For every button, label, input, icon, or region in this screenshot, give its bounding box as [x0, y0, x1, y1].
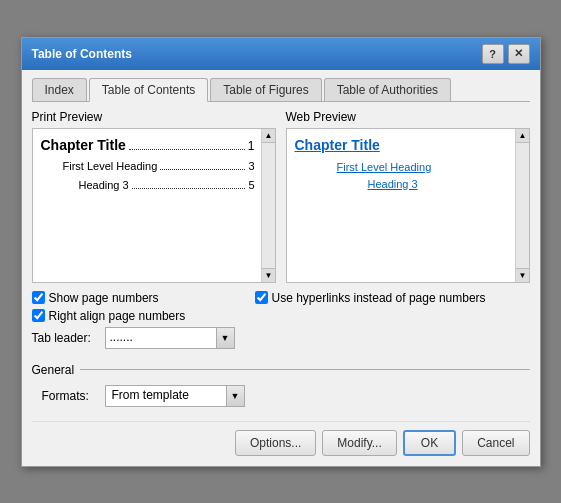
scroll-track [262, 143, 275, 268]
table-of-contents-dialog: Table of Contents ? ✕ Index Table of Con… [21, 37, 541, 467]
tab-leader-dropdown[interactable]: ....... ▼ [105, 327, 235, 349]
cancel-button[interactable]: Cancel [462, 430, 529, 456]
toc-dots-1 [129, 149, 245, 150]
web-preview-inner: Chapter Title First Level Heading Headin… [287, 129, 529, 282]
show-page-numbers-label[interactable]: Show page numbers [32, 291, 159, 305]
tab-leader-value: ....... [106, 328, 216, 348]
tab-index[interactable]: Index [32, 78, 87, 101]
web-scroll-track [516, 143, 529, 268]
close-button[interactable]: ✕ [508, 44, 530, 64]
title-bar: Table of Contents ? ✕ [22, 38, 540, 70]
formats-label: Formats: [42, 389, 97, 403]
general-divider [80, 369, 529, 370]
web-toc-level1: First Level Heading [295, 161, 509, 173]
toc-page-3: 5 [248, 179, 254, 191]
ok-button[interactable]: OK [403, 430, 456, 456]
formats-arrow[interactable]: ▼ [226, 386, 244, 406]
print-preview-frame: Chapter Title 1 First Level Heading 3 [32, 128, 276, 283]
dialog-title: Table of Contents [32, 47, 132, 61]
web-preview-panel: Web Preview Chapter Title First Level He… [286, 110, 530, 283]
tab-figures[interactable]: Table of Figures [210, 78, 321, 101]
preview-section: Print Preview Chapter Title 1 First Leve… [32, 110, 530, 283]
general-section: General Formats: From template ▼ [32, 363, 530, 407]
general-label: General [32, 363, 75, 377]
web-preview-frame: Chapter Title First Level Heading Headin… [286, 128, 530, 283]
use-hyperlinks-label[interactable]: Use hyperlinks instead of page numbers [255, 291, 486, 305]
tab-authorities[interactable]: Table of Authorities [324, 78, 451, 101]
tab-leader-arrow[interactable]: ▼ [216, 328, 234, 348]
print-preview-inner: Chapter Title 1 First Level Heading 3 [33, 129, 275, 282]
toc-dots-2 [160, 169, 245, 170]
web-toc-title: Chapter Title [295, 137, 509, 153]
scroll-down-arrow[interactable]: ▼ [262, 268, 276, 282]
toc-item-level1: First Level Heading 3 [41, 160, 255, 173]
use-hyperlinks-row: Use hyperlinks instead of page numbers [255, 291, 486, 305]
right-align-checkbox[interactable] [32, 309, 45, 322]
tab-leader-label: Tab leader: [32, 331, 97, 345]
print-preview-label: Print Preview [32, 110, 276, 124]
formats-value: From template [106, 386, 226, 406]
toc-page-2: 3 [248, 160, 254, 172]
scroll-up-arrow[interactable]: ▲ [262, 129, 276, 143]
web-preview-label: Web Preview [286, 110, 530, 124]
left-options: Show page numbers Right align page numbe… [32, 291, 235, 359]
format-row: Formats: From template ▼ [32, 385, 530, 407]
web-toc-level2: Heading 3 [295, 178, 509, 190]
title-bar-buttons: ? ✕ [482, 44, 530, 64]
web-preview-scrollbar[interactable]: ▲ ▼ [515, 129, 529, 282]
toc-level1-text: First Level Heading [63, 160, 158, 172]
use-hyperlinks-checkbox[interactable] [255, 291, 268, 304]
web-chapter-title[interactable]: Chapter Title [295, 137, 380, 153]
toc-level2-text: Heading 3 [79, 179, 129, 191]
toc-item-level2: Heading 3 5 [41, 179, 255, 192]
tab-bar: Index Table of Contents Table of Figures… [32, 78, 530, 102]
help-button[interactable]: ? [482, 44, 504, 64]
web-level2-text[interactable]: Heading 3 [333, 178, 509, 190]
tab-leader-row: Tab leader: ....... ▼ [32, 327, 235, 349]
toc-chapter-title: Chapter Title [41, 137, 126, 153]
print-preview-scrollbar[interactable]: ▲ ▼ [261, 129, 275, 282]
options-area: Show page numbers Right align page numbe… [32, 291, 530, 359]
right-align-row: Right align page numbers [32, 309, 235, 323]
right-options: Use hyperlinks instead of page numbers [255, 291, 486, 359]
options-button[interactable]: Options... [235, 430, 316, 456]
toc-dots-3 [132, 188, 246, 189]
modify-button[interactable]: Modify... [322, 430, 396, 456]
right-align-label[interactable]: Right align page numbers [32, 309, 186, 323]
toc-page-1: 1 [248, 139, 255, 153]
web-level1-text[interactable]: First Level Heading [317, 161, 509, 173]
bottom-buttons: Options... Modify... OK Cancel [32, 421, 530, 456]
show-page-numbers-checkbox[interactable] [32, 291, 45, 304]
formats-dropdown[interactable]: From template ▼ [105, 385, 245, 407]
toc-item-title: Chapter Title 1 [41, 137, 255, 153]
web-scroll-down[interactable]: ▼ [516, 268, 530, 282]
web-scroll-up[interactable]: ▲ [516, 129, 530, 143]
show-page-numbers-row: Show page numbers [32, 291, 235, 305]
tab-toc[interactable]: Table of Contents [89, 78, 208, 102]
general-header: General [32, 363, 530, 377]
dialog-body: Index Table of Contents Table of Figures… [22, 70, 540, 466]
print-preview-panel: Print Preview Chapter Title 1 First Leve… [32, 110, 276, 283]
